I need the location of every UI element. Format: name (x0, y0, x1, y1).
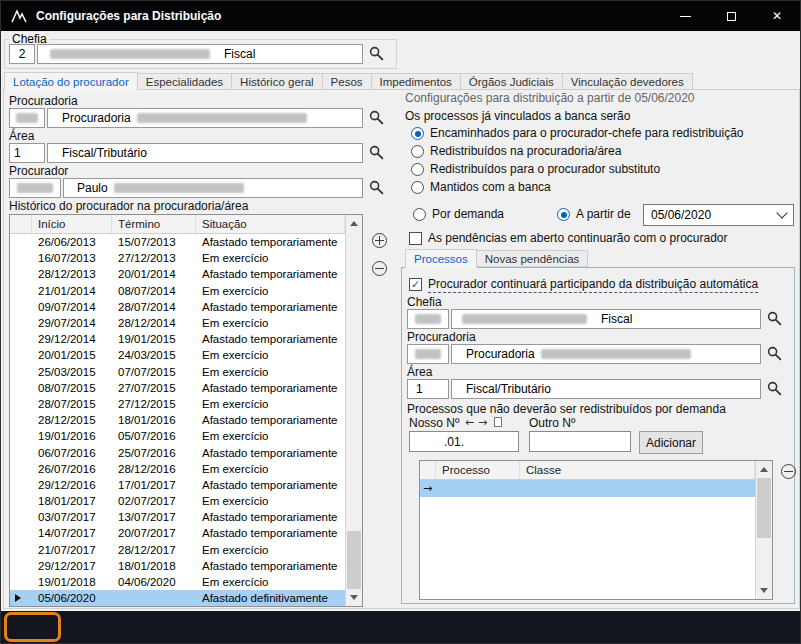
processos-scrollbar[interactable] (755, 461, 772, 599)
table-row[interactable]: 21/01/201408/07/2014Em exercício (10, 283, 345, 299)
table-row[interactable]: 26/06/201315/07/2013Afastado temporariam… (10, 234, 345, 250)
chefia2-code-field[interactable] (407, 309, 449, 329)
table-row[interactable]: 09/07/201428/07/2014Afastado temporariam… (10, 299, 345, 315)
current-row-marker-icon: → (420, 482, 436, 495)
procurador-name-field[interactable]: Paulo (63, 178, 363, 198)
search-icon[interactable] (767, 346, 782, 361)
procuradoria-code-field[interactable] (9, 108, 45, 128)
title-bar[interactable]: Configurações para Distribuição ✕ (1, 1, 800, 31)
area-name-field[interactable]: Fiscal/Tributário (47, 143, 363, 163)
radio-redistribuidos-substituto[interactable] (411, 163, 424, 176)
table-row[interactable]: 05/06/2020Afastado definitivamente (10, 590, 345, 606)
arrow-left-icon[interactable]: ← (465, 417, 474, 429)
table-row[interactable]: 18/01/201702/07/2017Em exercício (10, 493, 345, 509)
minimize-button[interactable] (662, 1, 708, 31)
add-history-button[interactable] (372, 233, 387, 248)
date-combobox[interactable]: 05/06/2020 (643, 204, 794, 226)
procuradoria-name-field[interactable]: Procuradoria (47, 108, 363, 128)
tab-historico-geral[interactable]: Histórico geral (232, 73, 323, 90)
search-icon[interactable] (767, 381, 782, 396)
scrollbar-thumb[interactable] (757, 478, 771, 538)
table-row[interactable]: 16/07/201327/12/2013Em exercício (10, 250, 345, 266)
search-icon[interactable] (369, 110, 384, 125)
scroll-up-icon (350, 221, 358, 226)
right-header: Configurações para distribuição a partir… (405, 91, 695, 105)
tab-impedimentos[interactable]: Impedimentos (372, 73, 461, 90)
chevron-down-icon (776, 207, 787, 218)
table-row[interactable]: 03/07/201713/07/2017Afastado temporariam… (10, 509, 345, 525)
table-row[interactable]: 29/12/201718/01/2018Afastado temporariam… (10, 558, 345, 574)
nosso-no-input[interactable] (409, 431, 519, 452)
tab-vinculacao-devedores[interactable]: Vinculação devedores (563, 73, 693, 90)
table-row[interactable]: → (420, 480, 755, 497)
document-icon[interactable] (494, 417, 502, 427)
historico-scrollbar[interactable] (345, 215, 362, 606)
table-row[interactable]: 26/07/201628/12/2016Em exercício (10, 461, 345, 477)
dialog-configuracoes-distribuicao: Configurações para Distribuição ✕ Chefia… (0, 0, 801, 644)
table-row[interactable]: 19/01/201605/07/2016Em exercício (10, 428, 345, 444)
table-row[interactable]: 08/07/201527/07/2015Afastado temporariam… (10, 380, 345, 396)
adicionar-button[interactable]: Adicionar (639, 431, 703, 454)
chefia-code-field[interactable]: 2 (9, 44, 35, 64)
table-row[interactable]: 20/01/201524/03/2015Em exercício (10, 347, 345, 363)
current-row-marker-icon (15, 594, 21, 602)
table-row[interactable]: 06/07/201625/07/2016Afastado temporariam… (10, 444, 345, 460)
auto-distribuicao-label: Procurador continuará participando da di… (428, 277, 758, 293)
tab-orgaos-judiciais[interactable]: Órgãos Judiciais (461, 73, 563, 90)
scroll-down-button[interactable] (346, 589, 362, 606)
radio-redistribuidos-area[interactable] (411, 145, 424, 158)
table-row[interactable]: 29/12/201617/01/2017Afastado temporariam… (10, 477, 345, 493)
table-row[interactable]: 28/07/201527/12/2015Em exercício (10, 396, 345, 412)
search-icon[interactable] (369, 145, 384, 160)
radio-encaminhados-label: Encaminhados para o procurador-chefe par… (430, 126, 744, 140)
tab-especialidades[interactable]: Especialidades (138, 73, 232, 90)
marker-column-header (10, 215, 32, 233)
radio-encaminhados[interactable] (411, 127, 424, 140)
search-icon[interactable] (767, 311, 782, 326)
table-row[interactable]: 29/07/201428/12/2014Em exercício (10, 315, 345, 331)
table-row[interactable]: 19/01/201804/06/2020Em exercício (10, 574, 345, 590)
table-row[interactable]: 14/07/201720/07/2017Afastado temporariam… (10, 525, 345, 541)
tab-novas-pendencias[interactable]: Novas pendências (477, 250, 589, 267)
procuradoria2-name-field[interactable]: Procuradoria (451, 344, 761, 364)
redacted-text (415, 349, 441, 359)
tab-pesos[interactable]: Pesos (323, 73, 372, 90)
table-row[interactable]: 29/12/201419/01/2015Afastado temporariam… (10, 331, 345, 347)
search-icon[interactable] (369, 180, 384, 195)
procurador-value: Paulo (77, 181, 108, 195)
table-row[interactable]: 28/12/201320/01/2014Afastado temporariam… (10, 266, 345, 282)
procurador-code-field[interactable] (9, 178, 61, 198)
chefia-name-field[interactable]: Fiscal (37, 44, 363, 64)
scroll-up-button[interactable] (346, 215, 362, 232)
tab-lotacao-do-procurador[interactable]: Lotação do procurador (4, 72, 138, 91)
area2-name-field[interactable]: Fiscal/Tributário (451, 379, 761, 399)
table-row[interactable]: 25/03/201507/07/2015Em exercício (10, 364, 345, 380)
remove-processo-button[interactable] (781, 464, 796, 479)
close-icon: ✕ (772, 9, 782, 23)
table-row[interactable]: 21/07/201728/12/2017Em exercício (10, 542, 345, 558)
procuradoria2-code-field[interactable] (407, 344, 449, 364)
close-button[interactable]: ✕ (754, 1, 800, 31)
area2-code-field[interactable]: 1 (407, 379, 449, 399)
arrow-right-icon[interactable]: → (478, 417, 487, 429)
radio-por-demanda[interactable] (413, 208, 426, 221)
outro-no-input[interactable] (529, 431, 631, 452)
scroll-up-button[interactable] (756, 461, 772, 478)
pendencias-checkbox[interactable] (409, 232, 422, 245)
scrollbar-thumb[interactable] (347, 531, 361, 589)
scroll-down-icon (760, 588, 768, 593)
radio-a-partir-de[interactable] (557, 208, 570, 221)
search-icon[interactable] (369, 46, 384, 61)
maximize-button[interactable] (708, 1, 754, 31)
tab-processos[interactable]: Processos (405, 249, 477, 268)
radio-mantidos[interactable] (411, 181, 424, 194)
redacted-text (17, 183, 53, 193)
radio-redistribuidos-area-label: Redistribuídos na procuradoria/área (430, 144, 621, 158)
chefia2-name-field[interactable]: Fiscal (451, 309, 761, 329)
table-row[interactable]: 28/12/201518/01/2016Afastado temporariam… (10, 412, 345, 428)
remove-history-button[interactable] (372, 261, 387, 276)
area-code-field[interactable]: 1 (9, 143, 45, 163)
auto-distribuicao-checkbox[interactable]: ✓ (409, 278, 422, 291)
scroll-down-button[interactable] (756, 582, 772, 599)
chefia2-value: Fiscal (601, 312, 632, 326)
